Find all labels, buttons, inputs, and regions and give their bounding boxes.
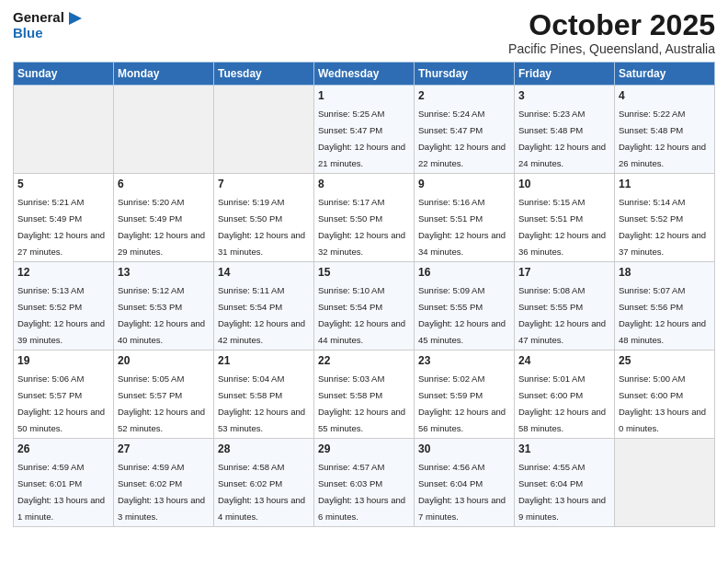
day-number: 16 [418,266,510,279]
table-row: 4 Sunrise: 5:22 AMSunset: 5:48 PMDayligh… [615,86,715,174]
logo-blue: Blue [13,25,82,40]
cell-info: Sunrise: 4:58 AMSunset: 6:02 PMDaylight:… [218,462,305,522]
logo-arrow-icon [69,12,82,25]
header: General Blue October 2025 Pacific Pines,… [13,9,715,56]
table-row: 8 Sunrise: 5:17 AMSunset: 5:50 PMDayligh… [314,174,415,262]
cell-info: Sunrise: 5:22 AMSunset: 5:48 PMDaylight:… [619,109,706,168]
day-number: 19 [17,354,109,367]
cell-info: Sunrise: 5:17 AMSunset: 5:50 PMDaylight:… [318,197,405,257]
day-number: 8 [318,178,410,190]
day-number: 22 [318,354,410,367]
col-sunday: Sunday [14,63,114,86]
cell-info: Sunrise: 5:13 AMSunset: 5:52 PMDaylight:… [17,285,105,345]
day-number: 12 [17,266,109,279]
table-row: 23 Sunrise: 5:02 AMSunset: 5:59 PMDaylig… [415,350,515,439]
svg-marker-0 [69,12,82,25]
table-row: 10 Sunrise: 5:15 AMSunset: 5:51 PMDaylig… [515,174,615,262]
table-row [615,439,715,527]
day-number: 9 [418,178,510,190]
day-number: 18 [619,266,711,279]
table-row: 5 Sunrise: 5:21 AMSunset: 5:49 PMDayligh… [14,174,114,262]
cell-info: Sunrise: 4:59 AMSunset: 6:02 PMDaylight:… [118,462,205,522]
table-row: 28 Sunrise: 4:58 AMSunset: 6:02 PMDaylig… [214,439,314,527]
cell-info: Sunrise: 5:11 AMSunset: 5:54 PMDaylight:… [218,285,305,345]
table-row [214,86,314,174]
day-number: 15 [318,266,410,279]
cell-info: Sunrise: 5:16 AMSunset: 5:51 PMDaylight:… [418,197,506,257]
cell-info: Sunrise: 5:10 AMSunset: 5:54 PMDaylight:… [318,285,405,345]
day-number: 30 [418,442,510,455]
logo: General Blue [13,9,82,41]
cell-info: Sunrise: 5:00 AMSunset: 6:00 PMDaylight:… [619,373,706,433]
table-row: 22 Sunrise: 5:03 AMSunset: 5:58 PMDaylig… [314,350,415,439]
day-number: 1 [318,89,410,102]
table-row: 11 Sunrise: 5:14 AMSunset: 5:52 PMDaylig… [615,174,715,262]
cell-info: Sunrise: 5:12 AMSunset: 5:53 PMDaylight:… [118,285,205,345]
cell-info: Sunrise: 5:07 AMSunset: 5:56 PMDaylight:… [619,285,706,345]
day-number: 13 [118,266,210,279]
table-row: 7 Sunrise: 5:19 AMSunset: 5:50 PMDayligh… [214,174,314,262]
table-row: 14 Sunrise: 5:11 AMSunset: 5:54 PMDaylig… [214,262,314,350]
calendar-header-row: Sunday Monday Tuesday Wednesday Thursday… [14,63,715,86]
table-row: 15 Sunrise: 5:10 AMSunset: 5:54 PMDaylig… [314,262,415,350]
cell-info: Sunrise: 5:14 AMSunset: 5:52 PMDaylight:… [619,197,706,257]
day-number: 25 [619,354,711,367]
table-row: 25 Sunrise: 5:00 AMSunset: 6:00 PMDaylig… [615,350,715,439]
cell-info: Sunrise: 5:02 AMSunset: 5:59 PMDaylight:… [418,373,506,433]
calendar-week-row: 26 Sunrise: 4:59 AMSunset: 6:01 PMDaylig… [14,439,715,527]
day-number: 17 [518,266,610,279]
day-number: 26 [17,442,109,455]
table-row: 24 Sunrise: 5:01 AMSunset: 6:00 PMDaylig… [515,350,615,439]
logo-general: General [13,9,82,25]
day-number: 27 [118,442,210,455]
day-number: 28 [218,442,310,455]
title-block: October 2025 Pacific Pines, Queensland, … [508,9,715,56]
day-number: 2 [418,89,510,102]
day-number: 24 [518,354,610,367]
day-number: 11 [619,178,711,190]
day-number: 23 [418,354,510,367]
table-row: 3 Sunrise: 5:23 AMSunset: 5:48 PMDayligh… [515,86,615,174]
page-container: General Blue October 2025 Pacific Pines,… [0,0,728,533]
table-row: 29 Sunrise: 4:57 AMSunset: 6:03 PMDaylig… [314,439,415,527]
table-row: 13 Sunrise: 5:12 AMSunset: 5:53 PMDaylig… [114,262,214,350]
cell-info: Sunrise: 5:15 AMSunset: 5:51 PMDaylight:… [518,197,606,257]
cell-info: Sunrise: 5:21 AMSunset: 5:49 PMDaylight:… [17,197,105,257]
cell-info: Sunrise: 5:24 AMSunset: 5:47 PMDaylight:… [418,109,506,168]
table-row [14,86,114,174]
cell-info: Sunrise: 4:57 AMSunset: 6:03 PMDaylight:… [318,462,405,522]
cell-info: Sunrise: 4:59 AMSunset: 6:01 PMDaylight:… [17,462,105,522]
table-row: 21 Sunrise: 5:04 AMSunset: 5:58 PMDaylig… [214,350,314,439]
col-friday: Friday [515,63,615,86]
calendar-week-row: 5 Sunrise: 5:21 AMSunset: 5:49 PMDayligh… [14,174,715,262]
table-row: 19 Sunrise: 5:06 AMSunset: 5:57 PMDaylig… [14,350,114,439]
cell-info: Sunrise: 5:19 AMSunset: 5:50 PMDaylight:… [218,197,305,257]
col-monday: Monday [114,63,214,86]
cell-info: Sunrise: 4:55 AMSunset: 6:04 PMDaylight:… [518,462,606,522]
month-title: October 2025 [508,9,715,41]
day-number: 21 [218,354,310,367]
cell-info: Sunrise: 5:08 AMSunset: 5:55 PMDaylight:… [518,285,606,345]
table-row: 26 Sunrise: 4:59 AMSunset: 6:01 PMDaylig… [14,439,114,527]
cell-info: Sunrise: 5:01 AMSunset: 6:00 PMDaylight:… [518,373,606,433]
calendar-table: Sunday Monday Tuesday Wednesday Thursday… [13,62,715,527]
table-row: 12 Sunrise: 5:13 AMSunset: 5:52 PMDaylig… [14,262,114,350]
cell-info: Sunrise: 5:05 AMSunset: 5:57 PMDaylight:… [118,373,205,433]
day-number: 29 [318,442,410,455]
day-number: 7 [218,178,310,190]
cell-info: Sunrise: 5:23 AMSunset: 5:48 PMDaylight:… [518,109,606,168]
cell-info: Sunrise: 5:25 AMSunset: 5:47 PMDaylight:… [318,109,405,168]
day-number: 4 [619,89,711,102]
cell-info: Sunrise: 5:09 AMSunset: 5:55 PMDaylight:… [418,285,506,345]
col-saturday: Saturday [615,63,715,86]
day-number: 20 [118,354,210,367]
cell-info: Sunrise: 5:06 AMSunset: 5:57 PMDaylight:… [17,373,105,433]
table-row: 1 Sunrise: 5:25 AMSunset: 5:47 PMDayligh… [314,86,415,174]
table-row: 31 Sunrise: 4:55 AMSunset: 6:04 PMDaylig… [515,439,615,527]
table-row: 2 Sunrise: 5:24 AMSunset: 5:47 PMDayligh… [415,86,515,174]
table-row: 16 Sunrise: 5:09 AMSunset: 5:55 PMDaylig… [415,262,515,350]
cell-info: Sunrise: 5:03 AMSunset: 5:58 PMDaylight:… [318,373,405,433]
col-thursday: Thursday [415,63,515,86]
table-row: 17 Sunrise: 5:08 AMSunset: 5:55 PMDaylig… [515,262,615,350]
day-number: 31 [518,442,610,455]
